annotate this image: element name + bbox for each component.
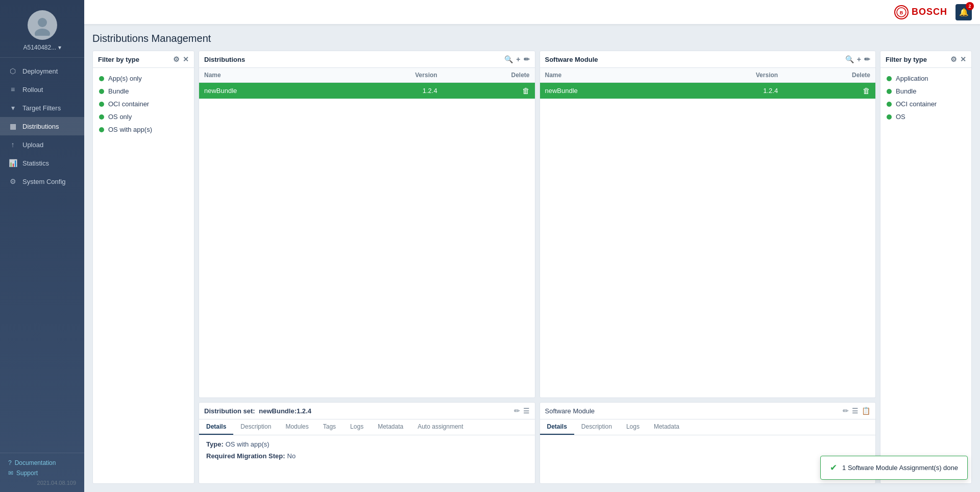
distributions-column: Distributions 🔍 + ✏ Name Ver [199, 51, 535, 484]
sw-col-version: Version [679, 68, 783, 83]
trash-icon[interactable]: 🗑 [522, 86, 530, 95]
sidebar-item-upload[interactable]: ↑ Upload [0, 135, 84, 154]
filter-title: Filter by type [98, 56, 139, 63]
sw-row-delete[interactable]: 🗑 [783, 83, 875, 99]
trash-icon[interactable]: 🗑 [863, 86, 870, 95]
tab-tags[interactable]: Tags [316, 419, 343, 435]
filter-item-os-only[interactable]: OS only [93, 110, 194, 123]
dist-detail-tabs: Details Description Modules Tags Logs Me… [199, 419, 535, 435]
toast-notification: ✔ 1 Software Module Assignment(s) done [820, 456, 968, 480]
filter-label-apps-only: App(s) only [108, 75, 142, 82]
sw-add-icon[interactable]: + [857, 55, 861, 63]
version-label: 2021.04.08.109 [8, 480, 76, 486]
sidebar-item-rollout[interactable]: ≡ Rollout [0, 80, 84, 99]
filter-item-os-right[interactable]: OS [880, 110, 971, 123]
table-row[interactable]: newBundle 1.2.4 🗑 [199, 83, 535, 99]
dot-os-only [99, 114, 104, 120]
sw-tab-description[interactable]: Description [574, 419, 619, 435]
panels-row: Filter by type ⚙ ✕ App(s) only Bundle [92, 51, 972, 484]
sw-row-name: newBundle [540, 83, 679, 99]
sw-tab-logs[interactable]: Logs [619, 419, 647, 435]
page-content: Distributions Management Filter by type … [84, 25, 980, 492]
tab-metadata[interactable]: Metadata [371, 419, 410, 435]
toast-message: 1 Software Module Assignment(s) done [842, 464, 958, 472]
filter-item-os-with-apps[interactable]: OS with app(s) [93, 123, 194, 136]
tab-details[interactable]: Details [199, 419, 233, 435]
sw-tab-details[interactable]: Details [540, 419, 574, 435]
statistics-icon: 📊 [8, 159, 17, 167]
table-row[interactable]: newBundle 1.2.4 🗑 [540, 83, 876, 99]
notification-button[interactable]: 🔔 2 [955, 4, 972, 20]
filter-item-oci[interactable]: OCI container [93, 98, 194, 110]
sidebar-item-system-config[interactable]: ⚙ System Config [0, 172, 84, 191]
filter-items: App(s) only Bundle OCI container OS only [93, 68, 194, 140]
filter-panel-header: Filter by type ⚙ ✕ [93, 51, 194, 68]
sw-title: Software Module [545, 56, 598, 63]
settings-right-icon[interactable]: ⚙ [950, 55, 957, 63]
config-icon: ⚙ [8, 177, 17, 185]
bosch-logo-icon: B [894, 5, 909, 19]
question-icon: ? [8, 459, 12, 466]
dist-row-delete[interactable]: 🗑 [443, 83, 535, 99]
documentation-link[interactable]: ? Documentation [8, 459, 76, 466]
filter-item-bundle[interactable]: Bundle [93, 85, 194, 98]
tab-auto-assignment[interactable]: Auto assignment [410, 419, 470, 435]
sw-col-name: Name [540, 68, 679, 83]
filter-item-oci-right[interactable]: OCI container [880, 98, 971, 110]
support-link[interactable]: ✉ Support [8, 470, 76, 477]
bosch-icon-svg: B [896, 7, 906, 17]
filter-item-application[interactable]: Application [880, 72, 971, 85]
sidebar-item-label: Upload [22, 141, 43, 149]
sw-list-detail-icon[interactable]: ☰ [852, 407, 859, 415]
sidebar-item-target-filters[interactable]: ▾ Target Filters [0, 99, 84, 117]
filter-label-os-only: OS only [108, 113, 132, 121]
filter-right-actions: ⚙ ✕ [950, 55, 966, 63]
sw-tab-metadata[interactable]: Metadata [647, 419, 687, 435]
sw-edit-detail-icon[interactable]: ✏ [843, 407, 849, 415]
sidebar-item-statistics[interactable]: 📊 Statistics [0, 154, 84, 172]
dist-detail-content: Type: OS with app(s) Required Migration … [199, 435, 535, 469]
tab-description[interactable]: Description [233, 419, 278, 435]
filter-item-bundle-right[interactable]: Bundle [880, 85, 971, 98]
sidebar-item-label: Statistics [22, 159, 49, 167]
filter-label-os-with-apps: OS with app(s) [108, 126, 152, 133]
deployment-icon: ⬡ [8, 67, 17, 75]
close-icon[interactable]: ✕ [183, 55, 189, 63]
filter-item-apps-only[interactable]: App(s) only [93, 72, 194, 85]
dist-detail-title: Distribution set: newBundle:1.2.4 [204, 407, 311, 415]
dot-os-right [887, 114, 892, 120]
avatar [28, 10, 57, 40]
list-detail-icon[interactable]: ☰ [523, 407, 530, 415]
edit-icon[interactable]: ✏ [524, 55, 530, 63]
filter-label-application: Application [896, 75, 928, 82]
distributions-table-container: Name Version Delete newBundle 1.2.4 🗑 [199, 68, 535, 397]
settings-icon[interactable]: ⚙ [173, 55, 180, 63]
sw-search-icon[interactable]: 🔍 [845, 55, 854, 63]
envelope-icon: ✉ [8, 470, 13, 477]
add-icon[interactable]: + [516, 55, 520, 63]
close-right-icon[interactable]: ✕ [960, 55, 966, 63]
dist-detail-actions: ✏ ☰ [514, 407, 530, 415]
sidebar-item-label: Deployment [22, 67, 58, 75]
sw-table: Name Version Delete newBundle 1.2.4 🗑 [540, 68, 876, 99]
upload-icon: ↑ [8, 140, 17, 149]
edit-detail-icon[interactable]: ✏ [514, 407, 520, 415]
tab-logs[interactable]: Logs [343, 419, 371, 435]
sw-edit-icon[interactable]: ✏ [864, 55, 870, 63]
sidebar-item-label: Distributions [22, 123, 59, 130]
distributions-panel: Distributions 🔍 + ✏ Name Ver [199, 51, 535, 398]
sw-col-delete: Delete [783, 68, 875, 83]
sw-copy-detail-icon[interactable]: 📋 [862, 407, 870, 415]
filter-panel-right: Filter by type ⚙ ✕ Application Bundle [880, 51, 972, 484]
tab-modules[interactable]: Modules [278, 419, 315, 435]
sidebar-bottom: ? Documentation ✉ Support 2021.04.08.109 [0, 453, 84, 492]
sidebar-item-deployment[interactable]: ⬡ Deployment [0, 62, 84, 80]
username-label[interactable]: A5140482... ▾ [23, 44, 61, 51]
user-avatar-section: A5140482... ▾ [0, 0, 84, 58]
sidebar-item-distributions[interactable]: ▦ Distributions [0, 117, 84, 135]
search-icon[interactable]: 🔍 [504, 55, 513, 63]
dot-bundle [99, 89, 104, 94]
dot-bundle-right [887, 89, 892, 94]
distributions-table: Name Version Delete newBundle 1.2.4 🗑 [199, 68, 535, 99]
filter-label-oci-right: OCI container [896, 100, 937, 108]
